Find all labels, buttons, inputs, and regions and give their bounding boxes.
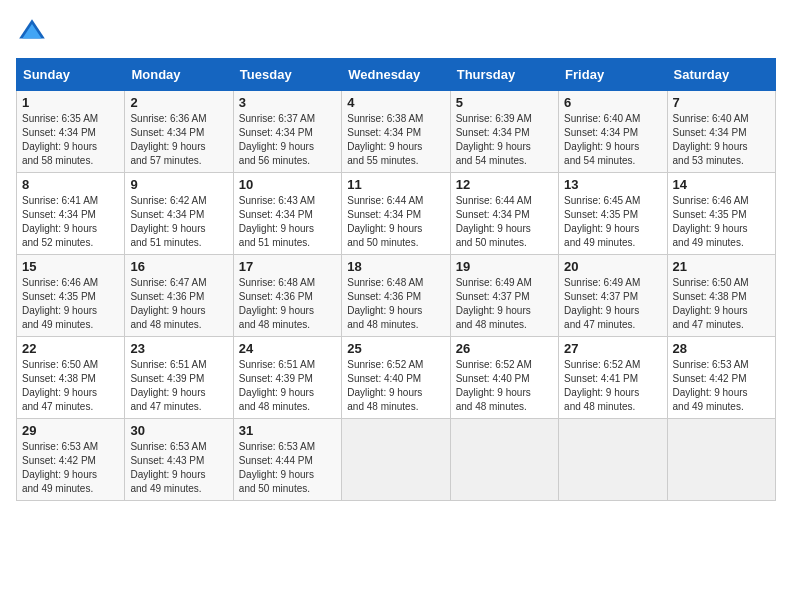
day-cell: 28 Sunrise: 6:53 AMSunset: 4:42 PMDaylig… — [667, 337, 775, 419]
day-number: 21 — [673, 259, 770, 274]
day-cell: 30 Sunrise: 6:53 AMSunset: 4:43 PMDaylig… — [125, 419, 233, 501]
day-cell: 17 Sunrise: 6:48 AMSunset: 4:36 PMDaylig… — [233, 255, 341, 337]
col-header-tuesday: Tuesday — [233, 59, 341, 91]
day-info: Sunrise: 6:37 AMSunset: 4:34 PMDaylight:… — [239, 112, 336, 168]
day-info: Sunrise: 6:43 AMSunset: 4:34 PMDaylight:… — [239, 194, 336, 250]
day-info: Sunrise: 6:42 AMSunset: 4:34 PMDaylight:… — [130, 194, 227, 250]
day-cell: 11 Sunrise: 6:44 AMSunset: 4:34 PMDaylig… — [342, 173, 450, 255]
day-cell — [559, 419, 667, 501]
day-info: Sunrise: 6:49 AMSunset: 4:37 PMDaylight:… — [564, 276, 661, 332]
day-number: 25 — [347, 341, 444, 356]
day-info: Sunrise: 6:46 AMSunset: 4:35 PMDaylight:… — [22, 276, 119, 332]
day-cell: 12 Sunrise: 6:44 AMSunset: 4:34 PMDaylig… — [450, 173, 558, 255]
day-number: 30 — [130, 423, 227, 438]
col-header-wednesday: Wednesday — [342, 59, 450, 91]
day-cell: 18 Sunrise: 6:48 AMSunset: 4:36 PMDaylig… — [342, 255, 450, 337]
day-cell: 22 Sunrise: 6:50 AMSunset: 4:38 PMDaylig… — [17, 337, 125, 419]
day-cell: 6 Sunrise: 6:40 AMSunset: 4:34 PMDayligh… — [559, 91, 667, 173]
day-number: 23 — [130, 341, 227, 356]
day-number: 12 — [456, 177, 553, 192]
day-cell: 19 Sunrise: 6:49 AMSunset: 4:37 PMDaylig… — [450, 255, 558, 337]
day-cell: 8 Sunrise: 6:41 AMSunset: 4:34 PMDayligh… — [17, 173, 125, 255]
day-cell: 14 Sunrise: 6:46 AMSunset: 4:35 PMDaylig… — [667, 173, 775, 255]
week-row-4: 22 Sunrise: 6:50 AMSunset: 4:38 PMDaylig… — [17, 337, 776, 419]
day-info: Sunrise: 6:52 AMSunset: 4:41 PMDaylight:… — [564, 358, 661, 414]
day-cell: 7 Sunrise: 6:40 AMSunset: 4:34 PMDayligh… — [667, 91, 775, 173]
day-cell: 20 Sunrise: 6:49 AMSunset: 4:37 PMDaylig… — [559, 255, 667, 337]
day-info: Sunrise: 6:52 AMSunset: 4:40 PMDaylight:… — [347, 358, 444, 414]
day-info: Sunrise: 6:44 AMSunset: 4:34 PMDaylight:… — [456, 194, 553, 250]
day-cell: 26 Sunrise: 6:52 AMSunset: 4:40 PMDaylig… — [450, 337, 558, 419]
day-cell: 1 Sunrise: 6:35 AMSunset: 4:34 PMDayligh… — [17, 91, 125, 173]
day-number: 26 — [456, 341, 553, 356]
day-info: Sunrise: 6:53 AMSunset: 4:44 PMDaylight:… — [239, 440, 336, 496]
day-number: 1 — [22, 95, 119, 110]
logo-icon — [16, 16, 48, 48]
day-number: 3 — [239, 95, 336, 110]
logo — [16, 16, 52, 48]
day-info: Sunrise: 6:48 AMSunset: 4:36 PMDaylight:… — [347, 276, 444, 332]
day-number: 6 — [564, 95, 661, 110]
day-number: 4 — [347, 95, 444, 110]
day-number: 11 — [347, 177, 444, 192]
day-info: Sunrise: 6:35 AMSunset: 4:34 PMDaylight:… — [22, 112, 119, 168]
week-row-1: 1 Sunrise: 6:35 AMSunset: 4:34 PMDayligh… — [17, 91, 776, 173]
calendar-table: SundayMondayTuesdayWednesdayThursdayFrid… — [16, 58, 776, 501]
day-number: 29 — [22, 423, 119, 438]
day-info: Sunrise: 6:36 AMSunset: 4:34 PMDaylight:… — [130, 112, 227, 168]
day-info: Sunrise: 6:53 AMSunset: 4:42 PMDaylight:… — [673, 358, 770, 414]
day-info: Sunrise: 6:44 AMSunset: 4:34 PMDaylight:… — [347, 194, 444, 250]
day-cell — [342, 419, 450, 501]
day-info: Sunrise: 6:51 AMSunset: 4:39 PMDaylight:… — [130, 358, 227, 414]
day-number: 8 — [22, 177, 119, 192]
day-number: 31 — [239, 423, 336, 438]
day-number: 13 — [564, 177, 661, 192]
day-cell: 9 Sunrise: 6:42 AMSunset: 4:34 PMDayligh… — [125, 173, 233, 255]
day-info: Sunrise: 6:50 AMSunset: 4:38 PMDaylight:… — [673, 276, 770, 332]
day-cell: 2 Sunrise: 6:36 AMSunset: 4:34 PMDayligh… — [125, 91, 233, 173]
day-number: 24 — [239, 341, 336, 356]
day-number: 7 — [673, 95, 770, 110]
day-cell: 10 Sunrise: 6:43 AMSunset: 4:34 PMDaylig… — [233, 173, 341, 255]
day-cell: 27 Sunrise: 6:52 AMSunset: 4:41 PMDaylig… — [559, 337, 667, 419]
day-number: 20 — [564, 259, 661, 274]
col-header-saturday: Saturday — [667, 59, 775, 91]
day-cell: 21 Sunrise: 6:50 AMSunset: 4:38 PMDaylig… — [667, 255, 775, 337]
day-number: 10 — [239, 177, 336, 192]
day-info: Sunrise: 6:53 AMSunset: 4:43 PMDaylight:… — [130, 440, 227, 496]
day-cell — [667, 419, 775, 501]
day-number: 14 — [673, 177, 770, 192]
day-info: Sunrise: 6:40 AMSunset: 4:34 PMDaylight:… — [564, 112, 661, 168]
day-info: Sunrise: 6:48 AMSunset: 4:36 PMDaylight:… — [239, 276, 336, 332]
day-number: 27 — [564, 341, 661, 356]
day-info: Sunrise: 6:38 AMSunset: 4:34 PMDaylight:… — [347, 112, 444, 168]
col-header-monday: Monday — [125, 59, 233, 91]
day-number: 5 — [456, 95, 553, 110]
day-number: 16 — [130, 259, 227, 274]
day-cell: 5 Sunrise: 6:39 AMSunset: 4:34 PMDayligh… — [450, 91, 558, 173]
day-info: Sunrise: 6:49 AMSunset: 4:37 PMDaylight:… — [456, 276, 553, 332]
day-cell: 13 Sunrise: 6:45 AMSunset: 4:35 PMDaylig… — [559, 173, 667, 255]
day-cell: 24 Sunrise: 6:51 AMSunset: 4:39 PMDaylig… — [233, 337, 341, 419]
day-info: Sunrise: 6:40 AMSunset: 4:34 PMDaylight:… — [673, 112, 770, 168]
day-cell: 15 Sunrise: 6:46 AMSunset: 4:35 PMDaylig… — [17, 255, 125, 337]
day-info: Sunrise: 6:52 AMSunset: 4:40 PMDaylight:… — [456, 358, 553, 414]
day-info: Sunrise: 6:45 AMSunset: 4:35 PMDaylight:… — [564, 194, 661, 250]
col-header-sunday: Sunday — [17, 59, 125, 91]
col-header-thursday: Thursday — [450, 59, 558, 91]
week-row-3: 15 Sunrise: 6:46 AMSunset: 4:35 PMDaylig… — [17, 255, 776, 337]
day-info: Sunrise: 6:41 AMSunset: 4:34 PMDaylight:… — [22, 194, 119, 250]
day-number: 9 — [130, 177, 227, 192]
day-info: Sunrise: 6:46 AMSunset: 4:35 PMDaylight:… — [673, 194, 770, 250]
day-number: 2 — [130, 95, 227, 110]
header — [16, 16, 776, 48]
day-info: Sunrise: 6:51 AMSunset: 4:39 PMDaylight:… — [239, 358, 336, 414]
day-info: Sunrise: 6:50 AMSunset: 4:38 PMDaylight:… — [22, 358, 119, 414]
day-cell: 4 Sunrise: 6:38 AMSunset: 4:34 PMDayligh… — [342, 91, 450, 173]
day-number: 18 — [347, 259, 444, 274]
day-number: 22 — [22, 341, 119, 356]
day-cell — [450, 419, 558, 501]
day-cell: 25 Sunrise: 6:52 AMSunset: 4:40 PMDaylig… — [342, 337, 450, 419]
week-row-2: 8 Sunrise: 6:41 AMSunset: 4:34 PMDayligh… — [17, 173, 776, 255]
day-info: Sunrise: 6:39 AMSunset: 4:34 PMDaylight:… — [456, 112, 553, 168]
